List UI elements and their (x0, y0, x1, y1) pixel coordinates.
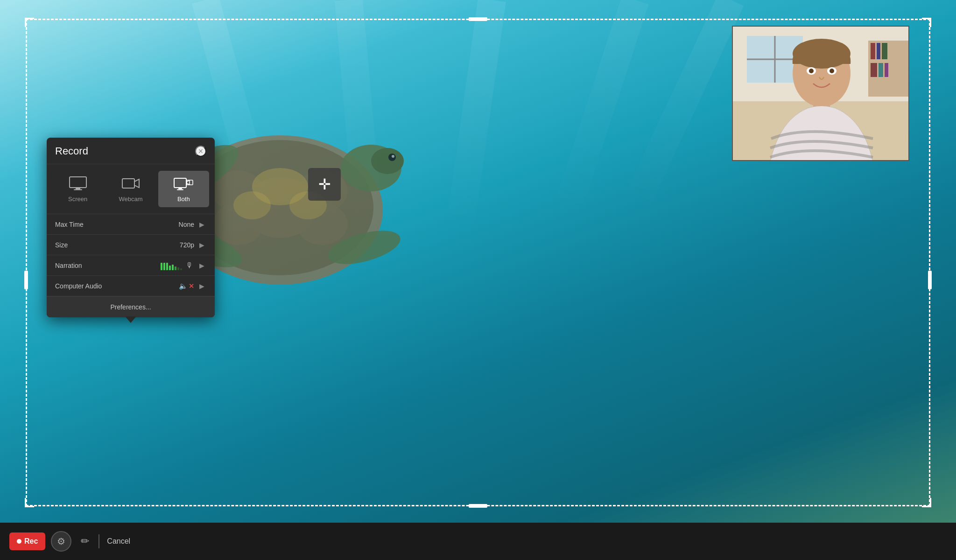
mode-screen-button[interactable]: Screen (52, 171, 103, 207)
webcam-preview (732, 26, 909, 161)
audio-level-bars (161, 261, 182, 270)
svg-rect-37 (70, 177, 86, 188)
size-chevron[interactable]: ▶ (197, 241, 206, 249)
narration-row: Narration 🎙 ▶ (47, 255, 215, 276)
svg-point-34 (809, 69, 814, 73)
svg-rect-27 (871, 63, 877, 77)
webcam-icon (122, 176, 140, 192)
mode-webcam-label: Webcam (119, 196, 142, 203)
edit-button[interactable]: ✏ (77, 532, 93, 551)
svg-point-10 (392, 155, 394, 158)
svg-point-8 (371, 148, 404, 174)
computer-audio-chevron[interactable]: ▶ (197, 282, 206, 290)
pencil-icon: ✏ (81, 535, 89, 547)
panel-header: Record × (47, 138, 215, 164)
svg-point-35 (829, 69, 834, 73)
edge-handle-top[interactable] (469, 17, 487, 21)
settings-rows: Max Time None ▶ Size 720p ▶ Narration (47, 214, 215, 296)
toolbar-divider (98, 534, 99, 548)
record-panel: Record × Screen Webcam (47, 138, 215, 317)
corner-handle-br[interactable] (922, 498, 931, 507)
corner-handle-tl[interactable] (25, 18, 34, 27)
max-time-label: Max Time (55, 221, 111, 228)
svg-rect-26 (882, 43, 887, 59)
computer-audio-label: Computer Audio (55, 282, 111, 290)
rec-dot (17, 539, 21, 544)
mode-both-button[interactable]: Both (158, 171, 209, 207)
svg-rect-25 (877, 43, 880, 59)
screen-icon (69, 176, 87, 192)
size-label: Size (55, 241, 111, 249)
edge-handle-right[interactable] (928, 271, 932, 289)
svg-rect-39 (74, 189, 82, 190)
gear-button[interactable]: ⚙ (51, 531, 71, 552)
rec-button[interactable]: Rec (9, 532, 45, 550)
svg-rect-29 (885, 63, 888, 77)
cancel-button[interactable]: Cancel (105, 533, 132, 549)
panel-title: Record (55, 145, 88, 157)
mute-x-icon: ✕ (189, 282, 194, 290)
move-icon: ✛ (318, 177, 331, 192)
narration-chevron[interactable]: ▶ (197, 262, 206, 269)
computer-audio-row: Computer Audio 🔈 ✕ ▶ (47, 276, 215, 296)
gear-icon: ⚙ (57, 536, 65, 547)
svg-rect-40 (122, 179, 134, 188)
corner-handle-tr[interactable] (922, 18, 931, 27)
svg-rect-41 (174, 178, 186, 188)
size-row: Size 720p ▶ (47, 235, 215, 255)
webcam-person (733, 27, 909, 161)
mode-buttons: Screen Webcam (47, 164, 215, 214)
mode-screen-label: Screen (68, 196, 87, 203)
move-handle[interactable]: ✛ (308, 168, 341, 201)
svg-rect-28 (879, 63, 883, 77)
svg-point-16 (233, 191, 271, 219)
bottom-toolbar: Rec ⚙ ✏ Cancel (0, 523, 956, 560)
mode-webcam-button[interactable]: Webcam (105, 171, 156, 207)
both-icon (174, 176, 193, 192)
panel-tail (125, 316, 136, 323)
size-value: 720p (180, 241, 194, 249)
max-time-chevron[interactable]: ▶ (197, 221, 206, 228)
svg-rect-43 (178, 188, 182, 189)
svg-rect-24 (871, 43, 875, 59)
max-time-row: Max Time None ▶ (47, 214, 215, 235)
preferences-button[interactable]: Preferences... (47, 296, 215, 317)
mode-both-label: Both (177, 196, 190, 203)
speaker-mute-group: 🔈 ✕ (179, 282, 194, 290)
speaker-icon: 🔈 (179, 282, 188, 290)
corner-handle-bl[interactable] (25, 498, 34, 507)
max-time-value: None (179, 221, 194, 228)
edge-handle-left[interactable] (24, 271, 28, 289)
close-button[interactable]: × (195, 146, 206, 157)
mic-icon[interactable]: 🎙 (186, 261, 193, 270)
narration-label: Narration (55, 262, 111, 269)
rec-label: Rec (24, 537, 38, 546)
edge-handle-bottom[interactable] (469, 504, 487, 508)
svg-rect-44 (177, 189, 183, 190)
